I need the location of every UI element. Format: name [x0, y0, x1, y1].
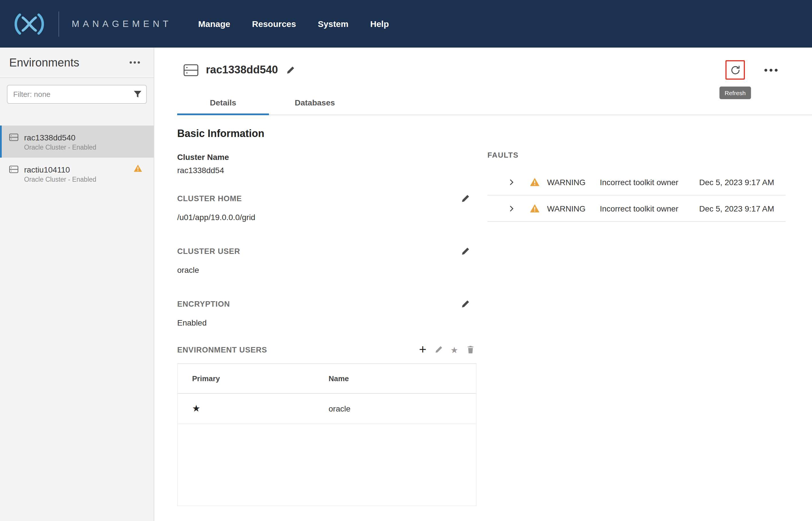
cluster-user-section: CLUSTER USER oracle [177, 247, 477, 275]
encryption-section: ENCRYPTION Enabled [177, 300, 477, 327]
cluster-name-label: Cluster Name [177, 153, 477, 162]
faults-heading: FAULTS [487, 151, 786, 159]
sidebar-item-rac1338dd540[interactable]: rac1338dd540 Oracle Cluster - Enabled [0, 126, 154, 158]
fault-title: Incorrect toolkit owner [600, 177, 692, 186]
warning-icon [134, 164, 142, 172]
cluster-home-value: /u01/app/19.0.0.0/grid [177, 213, 477, 222]
cluster-home-label: CLUSTER HOME [177, 194, 242, 203]
sidebar-title: Environments [9, 56, 80, 69]
fault-title: Incorrect toolkit owner [600, 204, 692, 213]
environment-title-icon [183, 64, 198, 76]
brand-title: MANAGEMENT [72, 19, 172, 29]
basic-information-panel: Basic Information Cluster Name rac1338dd… [177, 128, 477, 506]
filter-input[interactable] [7, 85, 147, 104]
top-navbar: MANAGEMENT Manage Resources System Help [0, 0, 812, 48]
basic-information-heading: Basic Information [177, 128, 477, 140]
nav-resources[interactable]: Resources [252, 19, 296, 29]
encryption-value: Enabled [177, 318, 477, 327]
cluster-user-label: CLUSTER USER [177, 247, 240, 256]
nav-help[interactable]: Help [370, 19, 389, 29]
tab-databases[interactable]: Databases [269, 91, 361, 115]
fault-date: Dec 5, 2023 9:17 AM [699, 177, 774, 186]
primary-star-icon: ★ [192, 404, 200, 413]
main-header: rac1338dd540 Refresh [154, 57, 812, 83]
sidebar-more-menu[interactable] [127, 59, 142, 66]
environments-sidebar: Environments [0, 48, 154, 521]
sidebar-item-ractiu104110[interactable]: ractiu104110 Oracle Cluster - Enabled [0, 158, 154, 190]
tab-details[interactable]: Details [177, 91, 269, 115]
edit-cluster-home-icon[interactable] [461, 194, 470, 203]
environment-name: rac1338dd540 [24, 133, 96, 142]
environment-users-header: ENVIRONMENT USERS + ★ [177, 343, 477, 356]
set-primary-user-icon[interactable]: ★ [451, 345, 458, 354]
nav-manage[interactable]: Manage [198, 19, 230, 29]
fault-date: Dec 5, 2023 9:17 AM [699, 204, 774, 213]
refresh-button[interactable] [725, 60, 745, 80]
edit-encryption-icon[interactable] [461, 300, 470, 308]
environments-list: rac1338dd540 Oracle Cluster - Enabled [0, 126, 154, 190]
faults-panel: FAULTS WARNING I [487, 128, 786, 506]
fault-row[interactable]: WARNING Incorrect toolkit owner Dec 5, 2… [487, 196, 786, 222]
nav-system[interactable]: System [318, 19, 349, 29]
sidebar-header: Environments [0, 48, 154, 78]
tabs: Details Databases [177, 91, 812, 115]
delphix-logo-icon[interactable] [8, 10, 50, 38]
encryption-label: ENCRYPTION [177, 300, 230, 308]
table-header-row: Primary Name [178, 364, 476, 394]
environment-icon [9, 133, 18, 141]
user-name-cell: oracle [329, 404, 476, 413]
table-row[interactable]: ★ oracle [178, 394, 476, 424]
main-nav: Manage Resources System Help [198, 19, 389, 29]
fault-row[interactable]: WARNING Incorrect toolkit owner Dec 5, 2… [487, 169, 786, 196]
environment-name: ractiu104110 [24, 165, 96, 174]
column-header-name: Name [329, 374, 476, 383]
cluster-home-section: CLUSTER HOME /u01/app/19.0.0.0/grid [177, 194, 477, 222]
delete-user-icon[interactable] [466, 346, 474, 354]
edit-user-icon[interactable] [434, 346, 442, 354]
chevron-right-icon[interactable] [508, 205, 515, 212]
filter-icon[interactable] [133, 89, 142, 98]
edit-title-icon[interactable] [286, 66, 294, 74]
environment-users-heading: ENVIRONMENT USERS [177, 345, 267, 354]
environment-subtitle: Oracle Cluster - Enabled [24, 176, 96, 183]
warning-icon [530, 204, 540, 213]
chevron-right-icon[interactable] [508, 179, 515, 185]
cluster-user-value: oracle [177, 265, 477, 275]
cluster-name-value: rac1338dd54 [177, 166, 477, 175]
edit-cluster-user-icon[interactable] [461, 247, 470, 256]
navbar-divider [59, 11, 59, 37]
page-title: rac1338dd540 [206, 64, 278, 76]
environment-users-table: Primary Name ★ oracle [177, 363, 477, 506]
add-user-icon[interactable]: + [419, 343, 426, 356]
main-panel: rac1338dd540 Refresh [154, 48, 812, 521]
app: MANAGEMENT Manage Resources System Help … [0, 0, 812, 521]
fault-severity: WARNING [547, 177, 600, 186]
refresh-tooltip: Refresh [719, 87, 751, 99]
warning-icon [530, 178, 540, 186]
fault-severity: WARNING [547, 204, 600, 213]
filter-row [0, 78, 154, 110]
main-more-menu[interactable] [762, 66, 780, 74]
column-header-primary: Primary [178, 374, 329, 383]
environment-icon [9, 165, 18, 173]
header-actions: Refresh [725, 60, 780, 80]
environment-subtitle: Oracle Cluster - Enabled [24, 143, 96, 151]
